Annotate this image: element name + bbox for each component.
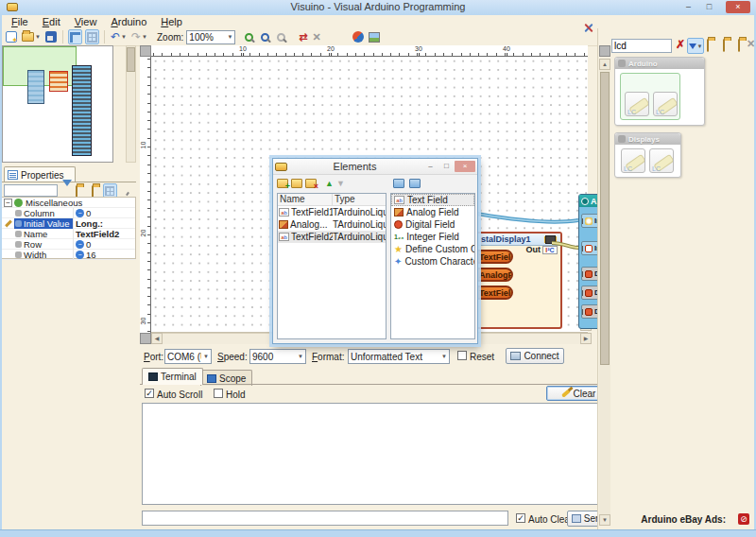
revert-icon[interactable]: − xyxy=(76,251,84,259)
property-value-cell[interactable]: −0 xyxy=(74,239,135,250)
lcd-component-tile[interactable] xyxy=(621,148,645,173)
save-project-button[interactable] xyxy=(44,29,58,44)
revert-icon[interactable]: − xyxy=(76,209,84,217)
reset-checkbox[interactable] xyxy=(457,351,467,360)
tab-terminal[interactable]: Terminal xyxy=(142,368,203,385)
connect-button[interactable]: Connect xyxy=(506,348,564,364)
overview-thumbnail[interactable] xyxy=(2,45,113,163)
hide-ads-icon[interactable]: ⊘ xyxy=(738,513,749,525)
elements-dialog-titlebar[interactable]: Elements – □ × xyxy=(273,159,477,175)
left-panel-scrollbar-thumb[interactable] xyxy=(127,47,135,72)
zoom-reset-button[interactable] xyxy=(276,29,289,44)
dialog-minimize-button[interactable]: – xyxy=(422,161,438,172)
palette-scrollbar-thumb[interactable] xyxy=(600,72,610,365)
redo-dropdown-arrow[interactable]: ▼ xyxy=(142,34,147,40)
property-group-row[interactable]: − Miscellaneous xyxy=(2,198,135,208)
move-down-icon[interactable]: ▼ xyxy=(336,179,345,188)
lcd-i2c-component-tile[interactable] xyxy=(649,148,674,173)
component-search-input[interactable] xyxy=(611,39,672,53)
property-name-cell-selected[interactable]: Initial Value xyxy=(14,218,74,229)
scroll-left-button[interactable]: ◀ xyxy=(151,333,163,344)
menu-view[interactable]: View xyxy=(73,16,99,28)
palette-item-analog-field[interactable]: Analog Field xyxy=(391,206,474,218)
help-web-button[interactable] xyxy=(352,29,365,44)
filter-mode-button[interactable]: ▼ xyxy=(687,38,704,54)
port-select[interactable]: COM6 (Unava▼ xyxy=(164,349,212,364)
move-up-icon[interactable]: ▲ xyxy=(325,179,334,188)
maximize-button[interactable]: □ xyxy=(700,1,718,13)
duplicate-element-icon[interactable] xyxy=(291,179,302,188)
speed-select[interactable]: 9600▼ xyxy=(249,349,306,364)
scroll-right-button[interactable]: ▶ xyxy=(580,333,592,344)
palette-group-header[interactable]: Displays xyxy=(615,133,680,145)
menu-help[interactable]: Help xyxy=(159,16,184,28)
delete-element-icon[interactable] xyxy=(305,179,317,188)
menu-arduino[interactable]: Arduino xyxy=(109,16,148,28)
column-type[interactable]: Type xyxy=(333,194,355,205)
terminal-output[interactable]: ▲▼ xyxy=(142,403,610,505)
filter-dropdown-arrow[interactable]: ▼ xyxy=(697,43,703,49)
new-category-icon[interactable] xyxy=(707,39,709,52)
element-palette-list[interactable]: abText Field Analog Field Digital Field … xyxy=(390,193,475,339)
revert-icon[interactable]: − xyxy=(76,240,84,249)
property-row-column[interactable]: Column −0 xyxy=(2,208,135,218)
new-project-button[interactable] xyxy=(5,29,18,44)
expand-all-icon[interactable] xyxy=(723,39,725,52)
palette-item-text-field[interactable]: abText Field xyxy=(391,194,474,206)
property-filter-input[interactable] xyxy=(4,184,58,197)
dialog-maximize-button[interactable]: □ xyxy=(438,161,455,172)
property-name-cell[interactable]: Width xyxy=(14,250,74,260)
send-input[interactable] xyxy=(142,511,508,526)
refresh-button[interactable]: ⇄ xyxy=(298,29,308,44)
auto-scroll-checkbox[interactable]: ✓ xyxy=(145,389,154,398)
undo-button[interactable]: ↶▼ xyxy=(110,29,128,44)
dialog-close-button[interactable]: × xyxy=(455,161,475,172)
expand-palette-icon[interactable] xyxy=(393,179,404,188)
property-name-cell[interactable]: Column xyxy=(14,208,74,218)
redo-button[interactable]: ↷▼ xyxy=(130,29,148,44)
element-row-textfield2[interactable]: abTextField2 TArduinoLiquidCrystal... xyxy=(278,231,386,243)
property-row-width[interactable]: Width −16 xyxy=(2,250,135,260)
auto-clear-checkbox[interactable]: ✓ xyxy=(516,513,525,523)
palette-scroll-down[interactable]: ▼ xyxy=(599,514,610,526)
property-name-cell[interactable]: Row xyxy=(14,239,74,250)
property-value-cell[interactable]: −16 xyxy=(74,250,135,260)
property-value-cell[interactable]: TextField2 xyxy=(74,229,135,239)
palette-group-arduino[interactable]: Arduino xyxy=(614,57,705,126)
palette-group-header[interactable]: Arduino xyxy=(615,58,704,69)
property-row-name[interactable]: Name TextField2 xyxy=(2,229,135,239)
palette-item-custom-character-field[interactable]: ✦Custom Character Fi xyxy=(391,255,474,268)
menu-file[interactable]: File xyxy=(9,16,30,28)
collapse-palette-icon[interactable] xyxy=(409,179,421,188)
column-name[interactable]: Name xyxy=(278,194,333,205)
menu-edit[interactable]: Edit xyxy=(41,16,62,28)
property-row-row[interactable]: Row −0 xyxy=(2,239,135,250)
hold-checkbox[interactable] xyxy=(214,389,223,398)
collapse-all-icon[interactable] xyxy=(738,39,740,52)
element-row-textfield1[interactable]: abTextField1 TArduinoLiquidCrystal... xyxy=(278,206,386,218)
close-button[interactable]: × xyxy=(726,1,750,13)
clear-search-icon[interactable]: ✗ xyxy=(676,38,685,51)
zoom-in-button[interactable] xyxy=(244,29,257,44)
property-row-initial-value[interactable]: Initial Value Long.: xyxy=(2,218,135,229)
property-name-cell[interactable]: Name xyxy=(14,229,74,239)
lcd-i2c-component-tile[interactable] xyxy=(653,92,678,116)
palette-subcategory[interactable] xyxy=(620,73,680,120)
delete-button[interactable]: ✕ xyxy=(312,29,322,44)
property-value-cell[interactable]: −0 xyxy=(74,208,135,218)
open-project-button[interactable]: ▼ xyxy=(21,29,42,44)
zoom-out-button[interactable] xyxy=(260,29,273,44)
palette-group-displays[interactable]: Displays xyxy=(614,132,681,178)
palette-scroll-up[interactable]: ▲ xyxy=(599,59,610,70)
undo-dropdown-arrow[interactable]: ▼ xyxy=(121,34,127,40)
element-row-analogfield[interactable]: Analog... TArduinoLiquidCrystal... xyxy=(278,218,386,231)
collapse-group-icon[interactable]: − xyxy=(2,199,14,207)
open-dropdown-arrow[interactable]: ▼ xyxy=(35,34,41,40)
palette-item-integer-field[interactable]: 1₂₃Integer Field xyxy=(391,231,474,243)
palette-item-digital-field[interactable]: Digital Field xyxy=(391,218,474,231)
add-element-icon[interactable] xyxy=(277,179,288,188)
screenshot-button[interactable] xyxy=(368,29,381,44)
snap-toggle-button[interactable] xyxy=(68,29,82,44)
element-list[interactable]: Name Type abTextField1 TArduinoLiquidCry… xyxy=(277,193,387,339)
lcd-out-pin[interactable]: OutI²C xyxy=(526,245,558,254)
